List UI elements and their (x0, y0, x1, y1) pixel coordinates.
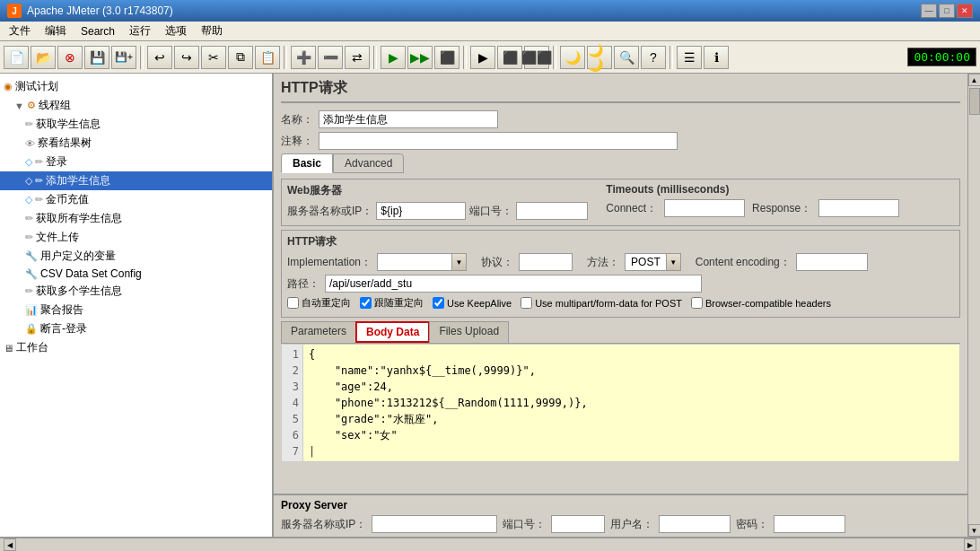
remote-start[interactable]: ▶ (470, 46, 495, 69)
maximize-button[interactable]: □ (939, 4, 955, 18)
open-button[interactable]: 📂 (31, 46, 56, 69)
checkbox-browser-headers[interactable]: Browser-compatible headers (691, 297, 831, 309)
tree-item-get-all[interactable]: ✏ 获取所有学生信息 (0, 209, 272, 228)
tree-item-recharge[interactable]: ◇ ✏ 金币充值 (0, 190, 272, 209)
auto-redirect-checkbox[interactable] (287, 297, 299, 309)
tree-item-add-student[interactable]: ◇ ✏ 添加学生信息 (0, 171, 272, 190)
method-label: 方法： (587, 255, 619, 270)
response-input[interactable] (818, 199, 899, 217)
impl-arrow[interactable]: ▼ (451, 254, 466, 270)
workbench-icon: 🖥 (4, 343, 13, 354)
tree-item-workbench[interactable]: 🖥 工作台 (0, 338, 272, 357)
tree-label: 断言-登录 (40, 321, 87, 337)
menu-options[interactable]: 选项 (160, 22, 192, 40)
info-button[interactable]: ℹ (704, 46, 729, 69)
copy-button[interactable]: ⧉ (228, 46, 253, 69)
implementation-select[interactable]: ▼ (377, 253, 467, 271)
clear-all-button[interactable]: 🌙🌙 (587, 46, 612, 69)
pencil-icon: ✏ (25, 118, 33, 130)
server-name-row: 服务器名称或IP： 端口号： (287, 202, 588, 220)
tab-basic[interactable]: Basic (281, 153, 333, 173)
menu-run[interactable]: 运行 (124, 22, 156, 40)
scroll-down[interactable]: ▼ (968, 524, 981, 537)
proxy-pass-input[interactable] (774, 515, 845, 533)
tree-item-report[interactable]: 📊 聚合报告 (0, 301, 272, 319)
tree-item-thread[interactable]: ▼ ⚙ 线程组 (0, 96, 272, 115)
tree-item-assert-login[interactable]: 🔒 断言-登录 (0, 319, 272, 338)
multipart-label: Use multipart/form-data for POST (535, 298, 682, 309)
checkbox-keepalive[interactable]: Use KeepAlive (433, 297, 512, 309)
app-title: Apache JMeter (3.0 r1743807) (27, 4, 173, 17)
multipart-checkbox[interactable] (521, 297, 532, 309)
list-button[interactable]: ☰ (677, 46, 702, 69)
code-content[interactable]: { "name":"yanhx${__time(,9999)}", "age":… (303, 345, 959, 461)
protocol-input[interactable] (519, 253, 573, 271)
connect-input[interactable] (664, 199, 745, 217)
minimize-button[interactable]: — (921, 4, 937, 18)
method-arrow[interactable]: ▼ (666, 254, 680, 270)
redo-button[interactable]: ↪ (174, 46, 199, 69)
start-button[interactable]: ▶ (381, 46, 406, 69)
collapse-button[interactable]: ➖ (318, 46, 343, 69)
cut-button[interactable]: ✂ (201, 46, 226, 69)
save-button[interactable]: 💾 (84, 46, 109, 69)
tree-item-login[interactable]: ◇ ✏ 登录 (0, 153, 272, 171)
name-label: 名称： (281, 112, 313, 127)
menu-file[interactable]: 文件 (4, 22, 36, 40)
comment-input[interactable] (319, 132, 678, 150)
tree-item-get-student[interactable]: ✏ 获取学生信息 (0, 115, 272, 134)
remote-stop[interactable]: ⬛ (497, 46, 522, 69)
menu-help[interactable]: 帮助 (196, 22, 228, 40)
tab-advanced[interactable]: Advanced (333, 153, 404, 173)
port-input[interactable] (516, 202, 588, 220)
clear-button[interactable]: 🌙 (560, 46, 585, 69)
paste-button[interactable]: 📋 (255, 46, 280, 69)
remote-stop-all[interactable]: ⬛⬛ (524, 46, 549, 69)
tab-parameters[interactable]: Parameters (281, 321, 356, 343)
tree-label: 测试计划 (15, 79, 58, 94)
tree-label: 用户定义的变量 (40, 249, 116, 264)
keepalive-checkbox[interactable] (433, 297, 444, 309)
name-input[interactable] (319, 110, 498, 128)
scroll-left[interactable]: ◀ (4, 538, 16, 551)
scroll-right[interactable]: ▶ (964, 538, 976, 551)
close-file-button[interactable]: ⊗ (57, 46, 83, 69)
find-button[interactable]: 🔍 (614, 46, 639, 69)
help-btn[interactable]: ? (641, 46, 666, 69)
expand-button[interactable]: ➕ (291, 46, 316, 69)
close-button[interactable]: ✕ (957, 4, 973, 18)
tab-body-data[interactable]: Body Data (355, 321, 430, 343)
tree-item-upload[interactable]: ✏ 文件上传 (0, 228, 272, 247)
tree-item-udf[interactable]: 🔧 用户定义的变量 (0, 247, 272, 266)
server-name-input[interactable] (376, 202, 466, 220)
menu-search[interactable]: Search (75, 23, 120, 39)
tree-item-get-multi[interactable]: ✏ 获取多个学生信息 (0, 282, 272, 301)
method-select[interactable]: POST ▼ (625, 253, 681, 271)
eye-icon: 👁 (25, 138, 35, 149)
save-all-button[interactable]: 💾+ (111, 46, 136, 69)
tree-item-view-result[interactable]: 👁 察看结果树 (0, 134, 272, 153)
tree-item-csv[interactable]: 🔧 CSV Data Set Config (0, 266, 272, 282)
tab-files-upload[interactable]: Files Upload (429, 321, 509, 343)
start-no-pause-button[interactable]: ▶▶ (407, 46, 433, 69)
encoding-input[interactable] (796, 253, 868, 271)
proxy-server-input[interactable] (372, 515, 497, 533)
new-button[interactable]: 📄 (4, 46, 29, 69)
http-request-section: HTTP请求 Implementation： ▼ 协议： 方法： POST ▼ (281, 230, 960, 318)
scroll-thumb[interactable] (969, 88, 980, 115)
undo-button[interactable]: ↩ (147, 46, 172, 69)
scroll-up[interactable]: ▲ (968, 74, 981, 86)
path-input[interactable] (325, 275, 702, 293)
checkbox-auto-redirect[interactable]: 自动重定向 (287, 296, 351, 310)
tree-item-plan[interactable]: ◉ 测试计划 (0, 77, 272, 96)
proxy-user-input[interactable] (659, 515, 731, 533)
menu-edit[interactable]: 编辑 (39, 22, 72, 40)
toggle-button[interactable]: ⇄ (345, 46, 370, 69)
proxy-port-input[interactable] (551, 515, 605, 533)
checkbox-multipart[interactable]: Use multipart/form-data for POST (521, 297, 682, 309)
follow-redirect-checkbox[interactable] (360, 297, 372, 309)
keepalive-label: Use KeepAlive (447, 298, 512, 309)
browser-headers-checkbox[interactable] (691, 297, 703, 309)
checkbox-follow-redirect[interactable]: 跟随重定向 (360, 296, 424, 310)
stop-button[interactable]: ⬛ (434, 46, 459, 69)
